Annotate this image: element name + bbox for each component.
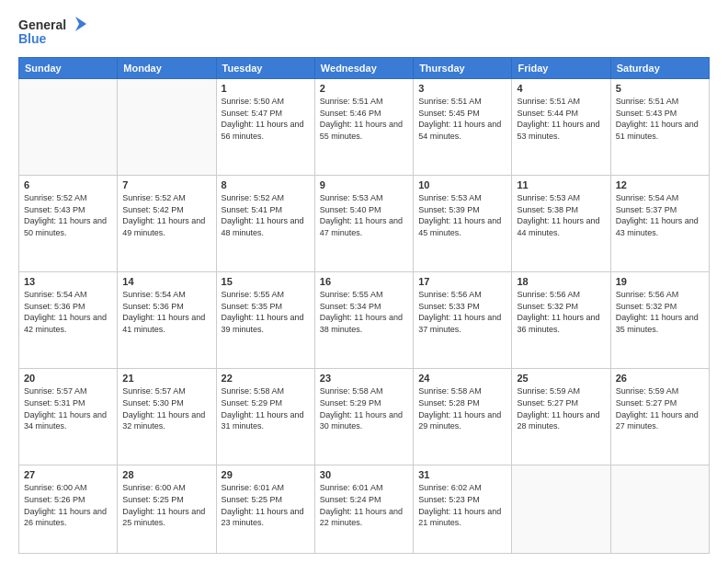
cell-details: Sunrise: 5:51 AMSunset: 5:45 PMDaylight:…	[418, 96, 506, 142]
calendar-table: SundayMondayTuesdayWednesdayThursdayFrid…	[18, 57, 710, 554]
day-number: 17	[418, 276, 506, 287]
cell-details: Sunrise: 5:54 AMSunset: 5:36 PMDaylight:…	[122, 289, 210, 335]
calendar-cell: 21Sunrise: 5:57 AMSunset: 5:30 PMDayligh…	[118, 369, 216, 465]
cell-details: Sunrise: 5:57 AMSunset: 5:30 PMDaylight:…	[122, 385, 210, 431]
cell-details: Sunrise: 5:52 AMSunset: 5:42 PMDaylight:…	[122, 192, 210, 238]
day-number: 2	[320, 83, 408, 94]
cell-details: Sunrise: 5:54 AMSunset: 5:36 PMDaylight:…	[24, 289, 112, 335]
logo: GeneralBlue	[18, 15, 92, 48]
calendar-cell: 1Sunrise: 5:50 AMSunset: 5:47 PMDaylight…	[216, 79, 314, 176]
day-number: 29	[222, 469, 310, 480]
calendar-cell: 29Sunrise: 6:01 AMSunset: 5:25 PMDayligh…	[216, 465, 314, 554]
day-number: 9	[320, 179, 408, 190]
calendar-cell: 4Sunrise: 5:51 AMSunset: 5:44 PMDaylight…	[512, 79, 610, 176]
day-number: 23	[320, 373, 408, 384]
day-number: 27	[24, 469, 112, 480]
day-number: 18	[517, 276, 605, 287]
calendar-row-1: 6Sunrise: 5:52 AMSunset: 5:43 PMDaylight…	[19, 176, 710, 272]
calendar-cell: 12Sunrise: 5:54 AMSunset: 5:37 PMDayligh…	[610, 176, 709, 272]
calendar-row-0: 1Sunrise: 5:50 AMSunset: 5:47 PMDaylight…	[19, 79, 710, 176]
day-number: 14	[122, 276, 210, 287]
calendar-cell: 23Sunrise: 5:58 AMSunset: 5:29 PMDayligh…	[314, 369, 413, 465]
cell-details: Sunrise: 5:55 AMSunset: 5:34 PMDaylight:…	[320, 289, 408, 335]
calendar-cell: 24Sunrise: 5:58 AMSunset: 5:28 PMDayligh…	[414, 369, 512, 465]
weekday-header-monday: Monday	[118, 58, 216, 79]
calendar-cell: 31Sunrise: 6:02 AMSunset: 5:23 PMDayligh…	[414, 465, 512, 554]
day-number: 21	[122, 373, 210, 384]
cell-details: Sunrise: 6:01 AMSunset: 5:24 PMDaylight:…	[320, 482, 408, 528]
calendar-cell: 8Sunrise: 5:52 AMSunset: 5:41 PMDaylight…	[216, 176, 314, 272]
day-number: 12	[616, 179, 704, 190]
cell-details: Sunrise: 6:02 AMSunset: 5:23 PMDaylight:…	[418, 482, 506, 528]
calendar-cell: 13Sunrise: 5:54 AMSunset: 5:36 PMDayligh…	[19, 272, 118, 369]
cell-details: Sunrise: 5:57 AMSunset: 5:31 PMDaylight:…	[24, 385, 112, 431]
calendar-cell: 16Sunrise: 5:55 AMSunset: 5:34 PMDayligh…	[314, 272, 413, 369]
cell-details: Sunrise: 6:00 AMSunset: 5:26 PMDaylight:…	[24, 482, 112, 528]
weekday-header-tuesday: Tuesday	[216, 58, 314, 79]
calendar-cell: 11Sunrise: 5:53 AMSunset: 5:38 PMDayligh…	[512, 176, 610, 272]
cell-details: Sunrise: 6:01 AMSunset: 5:25 PMDaylight:…	[222, 482, 310, 528]
calendar-cell	[118, 79, 216, 176]
day-number: 6	[24, 179, 112, 190]
cell-details: Sunrise: 5:59 AMSunset: 5:27 PMDaylight:…	[616, 385, 704, 431]
calendar-body: 1Sunrise: 5:50 AMSunset: 5:47 PMDaylight…	[19, 79, 710, 554]
day-number: 26	[616, 373, 704, 384]
day-number: 7	[122, 179, 210, 190]
day-number: 24	[418, 373, 506, 384]
calendar-cell: 22Sunrise: 5:58 AMSunset: 5:29 PMDayligh…	[216, 369, 314, 465]
cell-details: Sunrise: 6:00 AMSunset: 5:25 PMDaylight:…	[122, 482, 210, 528]
cell-details: Sunrise: 5:59 AMSunset: 5:27 PMDaylight:…	[517, 385, 605, 431]
svg-text:Blue: Blue	[18, 31, 47, 46]
calendar-cell: 7Sunrise: 5:52 AMSunset: 5:42 PMDaylight…	[118, 176, 216, 272]
page: GeneralBlue SundayMondayTuesdayWednesday…	[0, 0, 728, 563]
calendar-cell: 19Sunrise: 5:56 AMSunset: 5:32 PMDayligh…	[610, 272, 709, 369]
cell-details: Sunrise: 5:58 AMSunset: 5:28 PMDaylight:…	[418, 385, 506, 431]
day-number: 3	[418, 83, 506, 94]
weekday-header-saturday: Saturday	[610, 58, 709, 79]
cell-details: Sunrise: 5:53 AMSunset: 5:39 PMDaylight:…	[418, 192, 506, 238]
day-number: 1	[222, 83, 310, 94]
cell-details: Sunrise: 5:52 AMSunset: 5:43 PMDaylight:…	[24, 192, 112, 238]
weekday-header-friday: Friday	[512, 58, 610, 79]
cell-details: Sunrise: 5:51 AMSunset: 5:46 PMDaylight:…	[320, 96, 408, 142]
calendar-cell: 20Sunrise: 5:57 AMSunset: 5:31 PMDayligh…	[19, 369, 118, 465]
calendar-cell: 5Sunrise: 5:51 AMSunset: 5:43 PMDaylight…	[610, 79, 709, 176]
day-number: 13	[24, 276, 112, 287]
weekday-header-sunday: Sunday	[19, 58, 118, 79]
weekday-header-row: SundayMondayTuesdayWednesdayThursdayFrid…	[19, 58, 710, 79]
calendar-cell: 2Sunrise: 5:51 AMSunset: 5:46 PMDaylight…	[314, 79, 413, 176]
cell-details: Sunrise: 5:51 AMSunset: 5:44 PMDaylight:…	[517, 96, 605, 142]
calendar-cell: 25Sunrise: 5:59 AMSunset: 5:27 PMDayligh…	[512, 369, 610, 465]
calendar-row-2: 13Sunrise: 5:54 AMSunset: 5:36 PMDayligh…	[19, 272, 710, 369]
cell-details: Sunrise: 5:53 AMSunset: 5:40 PMDaylight:…	[320, 192, 408, 238]
calendar-cell: 28Sunrise: 6:00 AMSunset: 5:25 PMDayligh…	[118, 465, 216, 554]
cell-details: Sunrise: 5:58 AMSunset: 5:29 PMDaylight:…	[320, 385, 408, 431]
day-number: 19	[616, 276, 704, 287]
calendar-cell: 18Sunrise: 5:56 AMSunset: 5:32 PMDayligh…	[512, 272, 610, 369]
svg-text:General: General	[18, 17, 66, 32]
calendar-cell	[610, 465, 709, 554]
day-number: 30	[320, 469, 408, 480]
day-number: 28	[122, 469, 210, 480]
calendar-cell: 27Sunrise: 6:00 AMSunset: 5:26 PMDayligh…	[19, 465, 118, 554]
header: GeneralBlue	[18, 15, 710, 48]
calendar-cell: 26Sunrise: 5:59 AMSunset: 5:27 PMDayligh…	[610, 369, 709, 465]
cell-details: Sunrise: 5:56 AMSunset: 5:32 PMDaylight:…	[616, 289, 704, 335]
day-number: 15	[222, 276, 310, 287]
day-number: 16	[320, 276, 408, 287]
day-number: 20	[24, 373, 112, 384]
cell-details: Sunrise: 5:50 AMSunset: 5:47 PMDaylight:…	[222, 96, 310, 142]
calendar-cell: 17Sunrise: 5:56 AMSunset: 5:33 PMDayligh…	[414, 272, 512, 369]
calendar-row-3: 20Sunrise: 5:57 AMSunset: 5:31 PMDayligh…	[19, 369, 710, 465]
cell-details: Sunrise: 5:56 AMSunset: 5:32 PMDaylight:…	[517, 289, 605, 335]
calendar-cell: 3Sunrise: 5:51 AMSunset: 5:45 PMDaylight…	[414, 79, 512, 176]
weekday-header-thursday: Thursday	[414, 58, 512, 79]
calendar-cell: 14Sunrise: 5:54 AMSunset: 5:36 PMDayligh…	[118, 272, 216, 369]
calendar-cell: 15Sunrise: 5:55 AMSunset: 5:35 PMDayligh…	[216, 272, 314, 369]
day-number: 22	[222, 373, 310, 384]
calendar-cell	[19, 79, 118, 176]
generalblue-logo-svg: GeneralBlue	[18, 15, 92, 48]
cell-details: Sunrise: 5:53 AMSunset: 5:38 PMDaylight:…	[517, 192, 605, 238]
day-number: 10	[418, 179, 506, 190]
cell-details: Sunrise: 5:54 AMSunset: 5:37 PMDaylight:…	[616, 192, 704, 238]
